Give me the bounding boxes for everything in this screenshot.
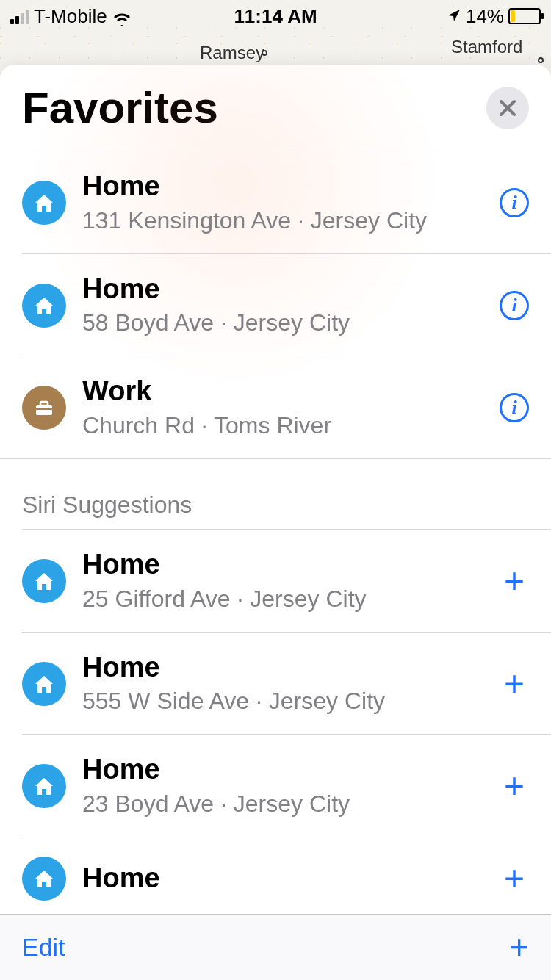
page-title: Favorites bbox=[22, 82, 218, 133]
home-icon bbox=[22, 662, 66, 706]
suggestion-title: Home bbox=[82, 652, 482, 684]
favorite-title: Home bbox=[82, 273, 482, 306]
favorites-sheet: Favorites Home 131 Kensington Ave · Jers… bbox=[0, 65, 551, 980]
close-icon bbox=[498, 98, 517, 118]
info-icon: i bbox=[500, 188, 529, 217]
info-icon: i bbox=[500, 291, 529, 320]
clock: 11:14 AM bbox=[0, 5, 551, 28]
section-header-siri-suggestions: Siri Suggestions bbox=[0, 459, 551, 529]
suggestion-row[interactable]: Home + bbox=[0, 837, 551, 907]
plus-icon: + bbox=[504, 666, 525, 702]
home-icon bbox=[22, 559, 66, 603]
favorite-title: Work bbox=[82, 375, 482, 408]
suggestion-subtitle: 25 Gifford Ave · Jersey City bbox=[82, 584, 482, 613]
close-button[interactable] bbox=[486, 87, 529, 129]
info-button[interactable]: i bbox=[498, 187, 530, 219]
bottom-toolbar: Edit + bbox=[0, 914, 551, 980]
favorite-row[interactable]: Home 58 Boyd Ave · Jersey City i bbox=[0, 254, 551, 357]
suggestion-subtitle: 23 Boyd Ave · Jersey City bbox=[82, 789, 482, 818]
add-button[interactable]: + bbox=[498, 565, 530, 597]
favorite-subtitle: 58 Boyd Ave · Jersey City bbox=[82, 308, 482, 337]
svg-rect-2 bbox=[36, 408, 52, 410]
home-icon bbox=[22, 857, 66, 901]
favorite-row[interactable]: Home 131 Kensington Ave · Jersey City i bbox=[0, 151, 551, 254]
suggestion-row[interactable]: Home 555 W Side Ave · Jersey City + bbox=[0, 633, 551, 735]
favorite-subtitle: 131 Kensington Ave · Jersey City bbox=[82, 206, 482, 235]
plus-icon: + bbox=[504, 768, 525, 804]
briefcase-icon bbox=[22, 386, 66, 430]
suggestion-title: Home bbox=[82, 549, 482, 581]
info-button[interactable]: i bbox=[498, 289, 530, 322]
suggestion-title: Home bbox=[82, 862, 482, 895]
info-icon: i bbox=[500, 393, 529, 422]
home-icon bbox=[22, 764, 66, 808]
suggestion-title: Home bbox=[82, 754, 482, 786]
plus-icon: + bbox=[509, 928, 529, 966]
add-button[interactable]: + bbox=[498, 668, 530, 700]
favorite-subtitle: Church Rd · Toms River bbox=[82, 411, 482, 440]
status-bar: T-Mobile 11:14 AM 14% bbox=[0, 0, 551, 32]
home-icon bbox=[22, 181, 66, 225]
suggestion-subtitle: 555 W Side Ave · Jersey City bbox=[82, 686, 482, 716]
favorite-row[interactable]: Work Church Rd · Toms River i bbox=[0, 356, 551, 459]
map-label-stamford: Stamford bbox=[451, 37, 522, 57]
suggestion-row[interactable]: Home 25 Gifford Ave · Jersey City + bbox=[0, 530, 551, 633]
add-button[interactable]: + bbox=[498, 862, 530, 895]
map-poi-dot bbox=[538, 57, 544, 63]
battery-icon bbox=[508, 8, 541, 24]
map-poi-dot bbox=[262, 50, 267, 56]
edit-button[interactable]: Edit bbox=[22, 933, 65, 962]
map-label-ramsey: Ramsey bbox=[200, 43, 264, 63]
home-icon bbox=[22, 284, 66, 328]
add-favorite-button[interactable]: + bbox=[509, 930, 529, 965]
add-button[interactable]: + bbox=[498, 770, 530, 802]
suggestion-row[interactable]: Home 23 Boyd Ave · Jersey City + bbox=[0, 735, 551, 837]
info-button[interactable]: i bbox=[498, 392, 530, 424]
favorite-title: Home bbox=[82, 170, 482, 203]
plus-icon: + bbox=[504, 861, 525, 896]
plus-icon: + bbox=[504, 563, 525, 599]
svg-rect-1 bbox=[40, 402, 48, 406]
